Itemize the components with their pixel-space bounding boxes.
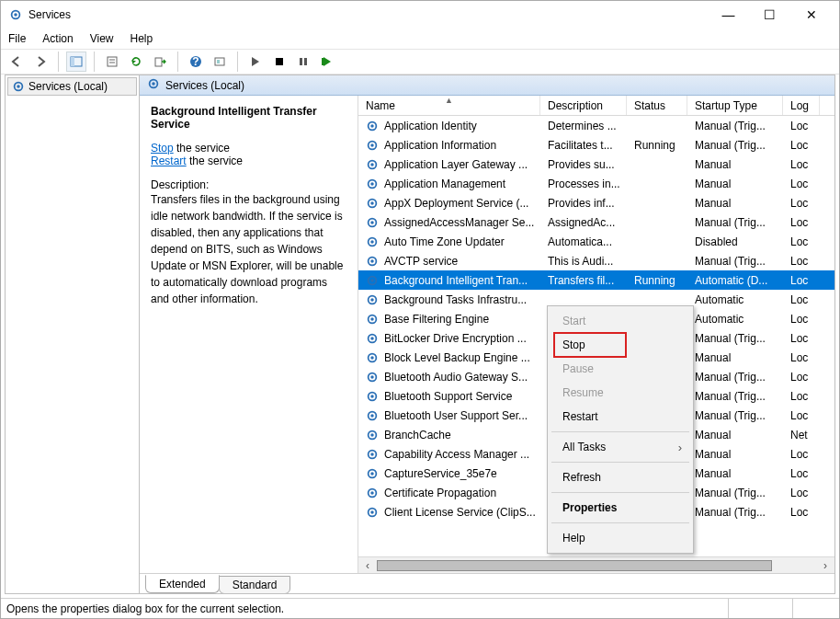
tab-extended[interactable]: Extended xyxy=(145,575,220,593)
nav-root[interactable]: Services (Local) xyxy=(7,77,137,96)
table-row[interactable]: Application InformationFacilitates t...R… xyxy=(358,135,834,155)
svg-point-41 xyxy=(370,317,374,321)
table-row[interactable]: AppX Deployment Service (...Provides inf… xyxy=(358,193,834,212)
gear-icon xyxy=(366,467,379,480)
svg-point-27 xyxy=(370,182,374,186)
svg-rect-13 xyxy=(300,58,302,65)
restart-service-button[interactable] xyxy=(317,52,337,72)
customize-button[interactable] xyxy=(210,52,230,72)
show-hide-tree-button[interactable] xyxy=(66,52,86,72)
ctx-properties[interactable]: Properties xyxy=(550,496,691,520)
col-startup[interactable]: Startup Type xyxy=(687,96,783,115)
service-name: Bluetooth Support Service xyxy=(384,390,512,403)
service-startup: Automatic (D... xyxy=(687,270,783,290)
menu-help[interactable]: Help xyxy=(131,32,153,45)
gear-icon xyxy=(366,351,379,364)
refresh-button[interactable] xyxy=(126,52,146,72)
ctx-refresh[interactable]: Refresh xyxy=(550,465,691,489)
nav-panel: Services (Local) xyxy=(6,75,140,593)
service-startup: Manual (Trig... xyxy=(687,328,783,348)
table-row[interactable]: Auto Time Zone UpdaterAutomatica...Disab… xyxy=(358,232,834,251)
scroll-right-icon[interactable]: › xyxy=(818,558,833,573)
table-row[interactable]: AVCTP serviceThis is Audi...Manual (Trig… xyxy=(358,251,834,270)
restart-link[interactable]: Restart xyxy=(151,155,187,167)
gear-icon xyxy=(366,429,379,441)
tab-standard[interactable]: Standard xyxy=(219,576,291,594)
col-description[interactable]: Description xyxy=(540,96,627,115)
service-logon: Loc xyxy=(783,174,820,193)
back-button[interactable] xyxy=(6,52,27,72)
content-body: Background Intelligent Transfer Service … xyxy=(140,96,834,573)
toolbar: ? xyxy=(1,49,839,75)
help-button[interactable]: ? xyxy=(186,52,206,72)
service-status xyxy=(627,174,687,193)
scroll-left-icon[interactable]: ‹ xyxy=(360,558,375,573)
svg-point-1 xyxy=(14,13,17,17)
table-row[interactable]: Background Intelligent Tran...Transfers … xyxy=(358,270,834,290)
services-window: Services — ☐ ✕ File Action View Help ? xyxy=(0,0,840,619)
service-status: Running xyxy=(627,270,687,290)
window-title: Services xyxy=(28,8,708,21)
service-startup: Manual xyxy=(687,348,783,367)
pause-service-button[interactable] xyxy=(293,52,313,72)
table-row[interactable]: Application ManagementProcesses in...Man… xyxy=(358,174,834,193)
service-logon: Loc xyxy=(783,464,820,483)
service-logon: Loc xyxy=(783,116,820,135)
service-status: Running xyxy=(627,135,687,155)
gear-icon xyxy=(366,255,379,268)
table-row[interactable]: Application Layer Gateway ...Provides su… xyxy=(358,155,834,174)
service-name: Base Filtering Engine xyxy=(384,313,489,326)
menubar: File Action View Help xyxy=(1,29,839,49)
service-logon: Loc xyxy=(783,348,820,367)
service-description: Automatica... xyxy=(540,232,627,251)
properties-button[interactable] xyxy=(102,52,122,72)
service-startup: Manual (Trig... xyxy=(687,135,783,155)
table-row[interactable]: Application IdentityDetermines ...Manual… xyxy=(358,116,834,135)
svg-point-17 xyxy=(17,85,20,88)
gear-icon xyxy=(366,487,379,499)
service-name: CaptureService_35e7e xyxy=(384,467,497,480)
svg-point-39 xyxy=(370,298,374,302)
maximize-button[interactable]: ☐ xyxy=(749,2,790,28)
stop-link[interactable]: Stop xyxy=(151,142,174,155)
service-name: Application Information xyxy=(384,139,496,152)
service-logon: Loc xyxy=(783,232,820,251)
svg-text:?: ? xyxy=(192,55,199,68)
ctx-start: Start xyxy=(550,309,691,333)
col-logon[interactable]: Log xyxy=(783,96,820,115)
menu-view[interactable]: View xyxy=(90,32,114,45)
ctx-restart[interactable]: Restart xyxy=(550,405,691,429)
col-status[interactable]: Status xyxy=(627,96,687,115)
service-description: Processes in... xyxy=(540,174,627,193)
service-startup: Manual (Trig... xyxy=(687,406,783,425)
service-startup: Manual (Trig... xyxy=(687,251,783,270)
ctx-stop[interactable]: Stop xyxy=(550,333,691,357)
stop-service-button[interactable] xyxy=(269,52,289,72)
minimize-button[interactable]: — xyxy=(708,2,749,28)
selected-service-name: Background Intelligent Transfer Service xyxy=(151,105,346,131)
service-name: Background Intelligent Tran... xyxy=(384,274,528,287)
menu-file[interactable]: File xyxy=(8,32,26,45)
service-actions: Stop the service Restart the service xyxy=(151,142,346,167)
service-name: Auto Time Zone Updater xyxy=(384,235,505,248)
svg-point-43 xyxy=(370,337,374,340)
close-button[interactable]: ✕ xyxy=(790,2,832,28)
service-name: AVCTP service xyxy=(384,255,458,268)
gear-icon xyxy=(366,274,379,287)
horizontal-scrollbar[interactable]: ‹ › xyxy=(358,556,834,573)
export-button[interactable] xyxy=(150,52,170,72)
column-headers: Name▲ Description Status Startup Type Lo… xyxy=(358,96,834,116)
gear-icon xyxy=(366,332,379,345)
table-row[interactable]: AssignedAccessManager Se...AssignedAc...… xyxy=(358,212,834,232)
ctx-help[interactable]: Help xyxy=(550,526,691,550)
scroll-thumb[interactable] xyxy=(377,560,772,571)
col-name[interactable]: Name▲ xyxy=(358,96,540,115)
svg-point-19 xyxy=(152,82,155,86)
ctx-all-tasks[interactable]: All Tasks xyxy=(550,435,691,459)
forward-button[interactable] xyxy=(30,52,51,72)
menu-action[interactable]: Action xyxy=(42,32,73,45)
svg-point-37 xyxy=(370,279,374,282)
start-service-button[interactable] xyxy=(245,52,266,72)
titlebar: Services — ☐ ✕ xyxy=(1,1,839,29)
service-logon: Loc xyxy=(783,309,820,328)
